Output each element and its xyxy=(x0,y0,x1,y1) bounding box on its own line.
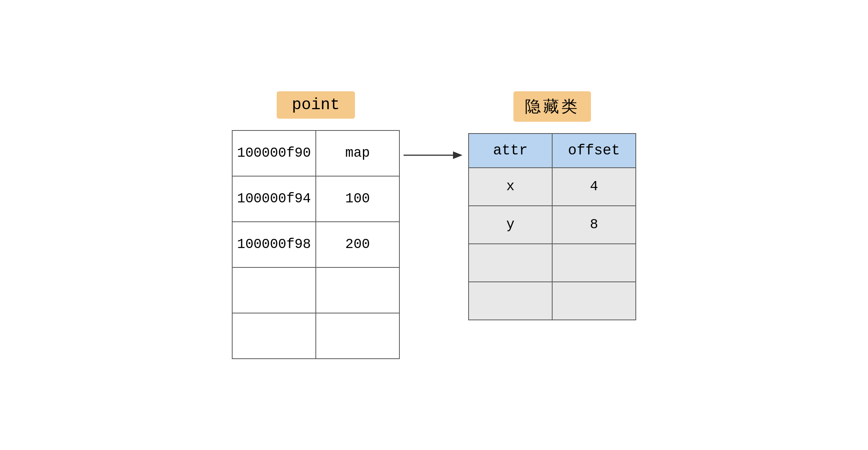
left-address-2: 100000f94 xyxy=(232,176,316,222)
table-row xyxy=(469,244,636,282)
left-value-1: map xyxy=(316,130,399,176)
table-row: x 4 xyxy=(469,168,636,206)
right-offset-2: 8 xyxy=(552,206,636,244)
right-header-row: attr offset xyxy=(469,134,636,168)
table-row: 100000f98 200 xyxy=(232,222,399,267)
right-header-attr: attr xyxy=(469,134,552,168)
table-row xyxy=(232,313,399,359)
arrow-icon xyxy=(404,148,464,163)
table-row: y 8 xyxy=(469,206,636,244)
left-label: point xyxy=(277,91,355,119)
table-row: 100000f94 100 xyxy=(232,176,399,222)
right-section: 隐藏类 attr offset x 4 y 8 xyxy=(468,91,636,320)
table-row xyxy=(469,282,636,320)
right-offset-1: 4 xyxy=(552,168,636,206)
left-table: 100000f90 map 100000f94 100 100000f98 20… xyxy=(232,130,400,359)
right-attr-3 xyxy=(469,244,552,282)
right-attr-1: x xyxy=(469,168,552,206)
right-table: attr offset x 4 y 8 xyxy=(468,133,636,320)
diagram: point 100000f90 map 100000f94 100 100000… xyxy=(232,91,636,359)
right-header-offset: offset xyxy=(552,134,636,168)
left-value-3: 200 xyxy=(316,222,399,267)
table-row xyxy=(232,267,399,313)
right-attr-2: y xyxy=(469,206,552,244)
right-offset-4 xyxy=(552,282,636,320)
right-attr-4 xyxy=(469,282,552,320)
arrow-section xyxy=(400,148,468,163)
left-address-1: 100000f90 xyxy=(232,130,316,176)
svg-marker-1 xyxy=(453,151,463,159)
left-section: point 100000f90 map 100000f94 100 100000… xyxy=(232,91,400,359)
table-row: 100000f90 map xyxy=(232,130,399,176)
left-address-5 xyxy=(232,313,316,359)
left-address-4 xyxy=(232,267,316,313)
left-value-4 xyxy=(316,267,399,313)
left-value-5 xyxy=(316,313,399,359)
right-offset-3 xyxy=(552,244,636,282)
left-value-2: 100 xyxy=(316,176,399,222)
left-address-3: 100000f98 xyxy=(232,222,316,267)
right-label: 隐藏类 xyxy=(513,91,591,122)
